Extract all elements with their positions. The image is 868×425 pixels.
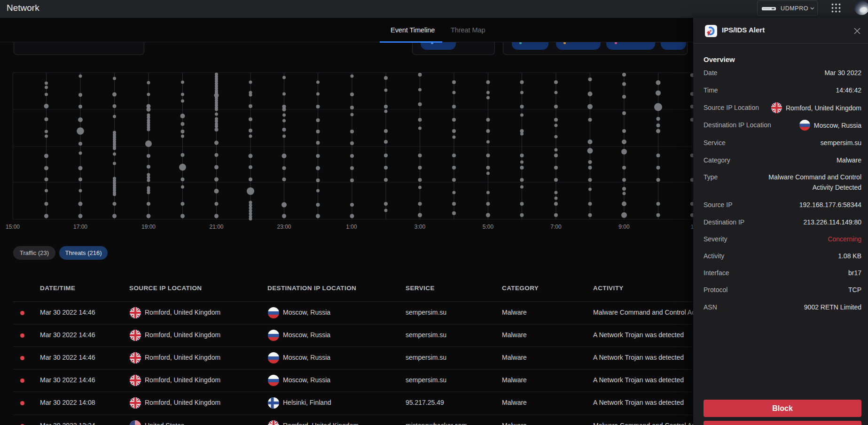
svg-text:5:00: 5:00 xyxy=(483,224,494,230)
svg-text:19:00: 19:00 xyxy=(141,224,156,230)
svg-text:9:00: 9:00 xyxy=(618,224,630,230)
svg-text:1:00: 1:00 xyxy=(346,224,357,230)
svg-text:17:00: 17:00 xyxy=(73,224,87,230)
svg-text:15:00: 15:00 xyxy=(6,224,20,230)
svg-text:3:00: 3:00 xyxy=(414,224,426,230)
svg-text:23:00: 23:00 xyxy=(277,224,291,230)
svg-text:21:00: 21:00 xyxy=(209,224,223,230)
svg-text:7:00: 7:00 xyxy=(550,224,562,230)
